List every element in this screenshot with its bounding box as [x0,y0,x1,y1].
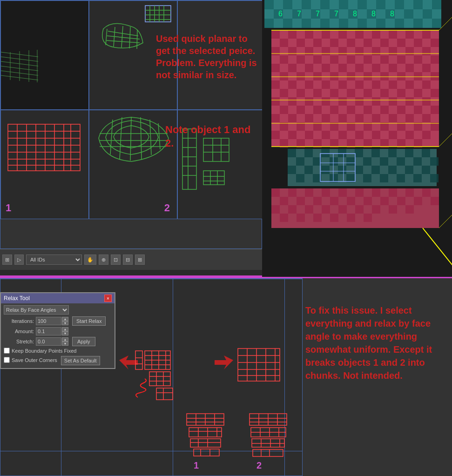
svg-rect-291 [322,188,330,197]
stretch-up[interactable]: ▲ [62,337,68,342]
svg-rect-313 [355,205,364,214]
uv-zoom-btn[interactable]: ⊕ [99,255,108,265]
svg-rect-215 [280,122,288,131]
svg-rect-271 [321,166,330,174]
svg-rect-187 [305,97,313,106]
svg-rect-71 [320,0,330,9]
svg-rect-74 [376,0,385,9]
svg-rect-315 [389,205,397,214]
uv-fit-btn[interactable]: ⊡ [111,255,121,265]
svg-rect-321 [347,214,355,222]
svg-rect-230 [355,131,364,139]
uv-move-btn[interactable]: ✋ [84,255,96,265]
svg-rect-218 [330,122,338,131]
svg-rect-304 [380,197,389,205]
uv-tool-btn-1[interactable]: ⊞ [2,255,12,265]
svg-rect-211 [372,114,380,122]
amount-up[interactable]: ▲ [62,327,68,331]
set-default-button[interactable]: Set As Default [61,356,100,365]
svg-rect-392 [253,449,283,456]
amount-input[interactable] [36,327,61,335]
save-outer-checkbox[interactable] [4,357,10,363]
svg-rect-298 [280,197,288,205]
stretch-down[interactable]: ▼ [62,342,68,346]
svg-marker-348 [215,355,233,369]
svg-text:7: 7 [334,10,338,18]
svg-rect-177 [313,89,322,97]
svg-rect-185 [271,97,280,106]
svg-rect-217 [313,122,322,131]
svg-rect-309 [288,205,297,214]
svg-rect-275 [388,166,397,174]
svg-rect-285 [413,174,422,182]
svg-rect-226 [288,131,297,139]
svg-rect-121 [380,39,389,47]
svg-rect-210 [355,114,364,122]
svg-rect-142 [397,55,405,64]
svg-rect-194 [422,97,431,106]
amount-label: Amount: [4,329,34,334]
stretch-row: Stretch: ▲ ▼ Apply [4,337,112,346]
uv-tool-btn-2[interactable]: ▷ [14,255,24,265]
svg-rect-144 [431,55,439,64]
svg-line-23 [121,26,123,47]
svg-rect-214 [422,114,431,122]
relax-tool-window: Relax Tool × Relax By Face Angles Iterat… [0,292,115,369]
bottom-num-1: 1 [194,460,199,470]
svg-rect-190 [355,97,364,106]
relax-close-button[interactable]: × [104,295,112,302]
svg-rect-254 [338,149,346,157]
svg-rect-198 [330,106,338,114]
svg-line-19 [107,36,140,39]
svg-rect-143 [414,55,422,64]
svg-rect-297 [422,188,431,197]
uv-extra-btn[interactable]: ⊞ [135,255,145,265]
iterations-input[interactable] [36,317,61,325]
iterations-down[interactable]: ▼ [62,321,68,325]
uv-ids-dropdown[interactable]: All IDs [26,255,82,265]
svg-rect-95 [413,19,423,28]
svg-rect-91 [339,19,348,28]
annotation-text-2: Note object 1 and 2. [165,123,258,150]
uv-snap-btn[interactable]: ⊟ [123,255,133,265]
svg-rect-93 [376,19,385,28]
iterations-spinner: ▲ ▼ [62,317,68,325]
svg-marker-332 [119,355,138,369]
svg-rect-306 [414,197,422,205]
stretch-label: Stretch: [4,339,34,344]
svg-rect-85 [404,9,413,19]
apply-button[interactable]: Apply [72,337,95,346]
uv-cell-5: 2 [89,110,177,219]
svg-rect-307 [431,197,439,205]
svg-rect-132 [389,47,397,55]
svg-rect-152 [389,64,397,72]
relax-method-dropdown[interactable]: Relax By Face Angles [4,305,69,315]
svg-rect-303 [364,197,372,205]
start-relax-button[interactable]: Start Relax [72,316,106,326]
svg-rect-111 [372,30,380,39]
keep-boundary-checkbox[interactable] [4,348,10,354]
svg-rect-77 [432,0,441,9]
svg-rect-129 [338,47,347,55]
svg-rect-108 [322,30,330,39]
iterations-up[interactable]: ▲ [62,317,68,321]
svg-rect-107 [305,30,313,39]
svg-rect-122 [397,39,405,47]
svg-rect-264 [363,157,371,166]
svg-line-20 [107,40,140,43]
svg-rect-252 [304,149,313,157]
stretch-input[interactable] [36,337,61,346]
svg-rect-135 [280,55,288,64]
3d-object: 6 7 7 7 8 8 8 [264,0,452,277]
view3d-panel: 6 7 7 7 8 8 8 [262,0,452,277]
relax-title-bar[interactable]: Relax Tool × [1,293,115,303]
svg-rect-223 [414,122,422,131]
relax-title: Relax Tool [4,295,30,302]
svg-rect-256 [371,149,380,157]
svg-rect-253 [321,149,330,157]
svg-rect-207 [305,114,313,122]
svg-rect-120 [364,39,372,47]
svg-rect-322 [364,214,372,222]
amount-down[interactable]: ▼ [62,331,68,335]
svg-rect-200 [364,106,372,114]
